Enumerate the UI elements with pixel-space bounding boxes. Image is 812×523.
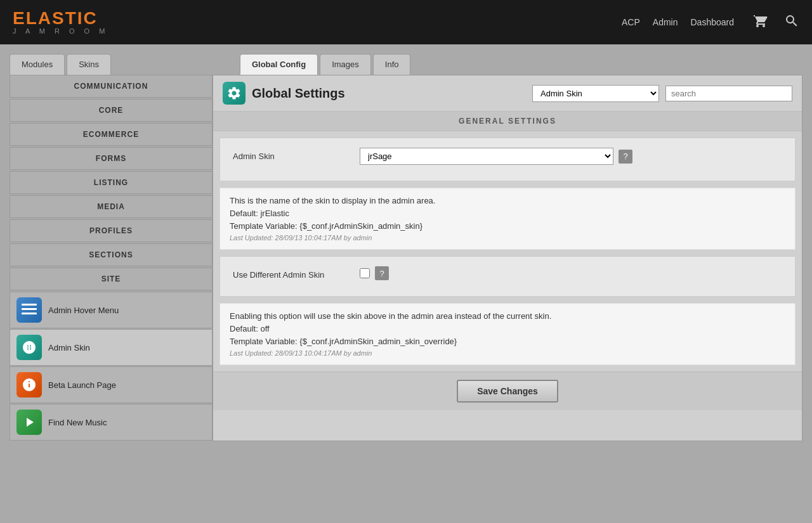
plugin-icon-hover-menu xyxy=(16,297,42,323)
plugin-icon-beta-launch xyxy=(16,372,42,397)
sidebar-item-media[interactable]: MEDIA xyxy=(10,195,213,218)
nav-links: ACP Admin Dashboard xyxy=(622,13,799,32)
sidebar-item-sections[interactable]: SECTIONS xyxy=(10,243,213,266)
svg-rect-0 xyxy=(22,304,37,306)
logo-top: ELASTIC xyxy=(13,10,108,27)
admin-skin-last-updated: Last Updated: 28/09/13 10:04:17AM by adm… xyxy=(230,234,785,242)
skin-select-dropdown[interactable]: Admin Skin xyxy=(532,85,659,102)
tab-skins[interactable]: Skins xyxy=(67,54,111,75)
setting-use-different-skin-row: Use Different Admin Skin ? xyxy=(233,266,782,280)
sidebar-item-core[interactable]: CORE xyxy=(10,99,213,122)
right-panel: Global Settings Admin Skin GENERAL SETTI… xyxy=(213,75,802,441)
sidebar: COMMUNICATION CORE ECOMMERCE FORMS LISTI… xyxy=(10,75,213,441)
admin-skin-info-box: This is the name of the skin to display … xyxy=(219,188,796,250)
sidebar-item-communication[interactable]: COMMUNICATION xyxy=(10,75,213,98)
setting-admin-skin-row: Admin Skin jrSage ? xyxy=(233,148,782,165)
panel-header: Global Settings Admin Skin xyxy=(213,75,802,112)
sidebar-item-ecommerce[interactable]: ECOMMERCE xyxy=(10,123,213,146)
setting-use-different-skin-label: Use Different Admin Skin xyxy=(233,266,347,280)
logo: ELASTIC J A M R O O M xyxy=(13,10,108,35)
admin-skin-default: Default: jrElastic xyxy=(230,209,785,218)
plugin-label-admin-skin: Admin Skin xyxy=(48,343,90,352)
save-bar: Save Changes xyxy=(213,371,802,410)
setting-use-different-skin-control: ? xyxy=(360,266,782,280)
sidebar-item-forms[interactable]: FORMS xyxy=(10,147,213,170)
content-area: COMMUNICATION CORE ECOMMERCE FORMS LISTI… xyxy=(10,75,802,441)
logo-bottom: J A M R O O M xyxy=(13,27,108,35)
plugin-label-hover-menu: Admin Hover Menu xyxy=(48,306,119,315)
panel-icon xyxy=(223,82,246,105)
sidebar-item-site[interactable]: SITE xyxy=(10,268,213,290)
nav-admin[interactable]: Admin xyxy=(653,17,678,27)
cart-icon[interactable] xyxy=(753,13,768,32)
plugin-icon-admin-skin xyxy=(16,335,42,360)
use-different-skin-last-updated: Last Updated: 28/09/13 10:04:17AM by adm… xyxy=(230,349,785,357)
svg-rect-2 xyxy=(22,313,37,314)
plugin-icon-find-music xyxy=(16,410,42,435)
main-container: Modules Skins Global Config Images Info … xyxy=(0,44,812,523)
svg-point-3 xyxy=(27,345,32,350)
svg-rect-1 xyxy=(22,308,37,310)
use-different-skin-info-box: Enabling this option will use the skin a… xyxy=(219,303,796,365)
topbar: ELASTIC J A M R O O M ACP Admin Dashboar… xyxy=(0,0,812,44)
plugin-label-beta-launch: Beta Launch Page xyxy=(48,380,116,390)
use-different-skin-template-var: Template Variable: {$_conf.jrAdminSkin_a… xyxy=(230,337,785,346)
setting-use-different-skin-block: Use Different Admin Skin ? xyxy=(219,256,796,297)
setting-admin-skin-block: Admin Skin jrSage ? xyxy=(219,138,796,181)
search-input[interactable] xyxy=(665,86,792,101)
tab-global-config[interactable]: Global Config xyxy=(240,54,318,75)
use-different-skin-help-button[interactable]: ? xyxy=(375,266,389,280)
tab-images[interactable]: Images xyxy=(320,54,371,75)
nav-acp[interactable]: ACP xyxy=(622,17,640,27)
tab-modules[interactable]: Modules xyxy=(10,54,65,75)
admin-skin-description: This is the name of the skin to display … xyxy=(230,196,785,205)
setting-admin-skin-control: jrSage ? xyxy=(360,148,782,165)
admin-skin-select[interactable]: jrSage xyxy=(360,148,613,165)
use-different-skin-default: Default: off xyxy=(230,324,785,333)
panel-title: Global Settings xyxy=(252,86,526,101)
admin-skin-template-var: Template Variable: {$_conf.jrAdminSkin_a… xyxy=(230,221,785,231)
plugin-beta-launch-page[interactable]: Beta Launch Page xyxy=(10,366,213,403)
plugin-admin-skin[interactable]: Admin Skin xyxy=(10,329,213,366)
nav-dashboard[interactable]: Dashboard xyxy=(691,17,735,27)
general-settings-header: GENERAL SETTINGS xyxy=(213,112,802,131)
tab-info[interactable]: Info xyxy=(373,54,411,75)
plugin-admin-hover-menu[interactable]: Admin Hover Menu xyxy=(10,292,213,328)
sidebar-item-listing[interactable]: LISTING xyxy=(10,171,213,194)
use-different-skin-description: Enabling this option will use the skin a… xyxy=(230,311,785,321)
admin-skin-help-button[interactable]: ? xyxy=(619,150,632,164)
plugin-label-find-music: Find New Music xyxy=(48,418,107,427)
use-different-skin-checkbox[interactable] xyxy=(360,268,370,278)
setting-admin-skin-label: Admin Skin xyxy=(233,148,347,161)
plugin-find-new-music[interactable]: Find New Music xyxy=(10,404,213,441)
search-icon[interactable] xyxy=(784,13,799,32)
sidebar-item-profiles[interactable]: PROFILES xyxy=(10,219,213,242)
save-changes-button[interactable]: Save Changes xyxy=(457,380,558,403)
tabs-row: Modules Skins Global Config Images Info xyxy=(10,54,802,75)
